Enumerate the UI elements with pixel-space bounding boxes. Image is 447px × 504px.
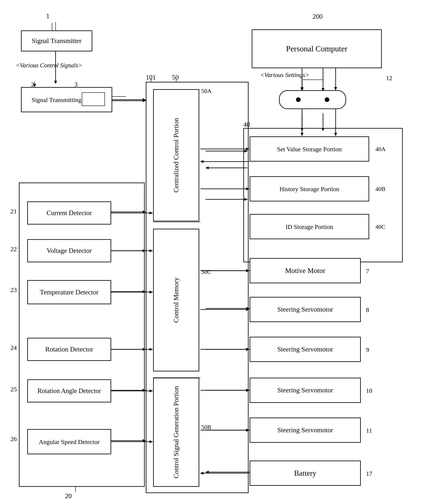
motive-motor-label: Motive Motor [285, 266, 325, 275]
label-40a: 40A [375, 146, 386, 153]
temperature-detector-block: Temperature Detector [27, 280, 111, 304]
signal-transmitter-block: Signal Transmitter [21, 30, 92, 51]
angular-speed-detector-label: Angular Speed Detector [39, 438, 100, 446]
label-23: 23 [11, 287, 17, 293]
control-signal-gen-label: Control Signal Generation Portion [172, 386, 181, 478]
battery-block: Battery [250, 461, 361, 486]
label-101: 101 [146, 73, 156, 81]
connector-pill [279, 90, 346, 109]
label-26: 26 [11, 435, 17, 443]
label-10: 10 [366, 387, 372, 394]
dot-right [325, 97, 329, 102]
label-40b: 40B [375, 186, 385, 192]
various-control-signals-label: <Various Control Signals> [16, 62, 82, 69]
label-2: 2 [31, 81, 34, 88]
label-12: 12 [386, 74, 392, 82]
set-value-storage-block: Set Value Storage Portion [250, 136, 369, 162]
rotation-angle-detector-label: Rotation Angle Detector [37, 387, 101, 395]
control-memory-block: Control Memory [153, 229, 199, 371]
temperature-detector-label: Temperature Detector [40, 288, 98, 297]
motive-motor-block: Motive Motor [250, 258, 361, 283]
steering-servomotor-11-label: Steering Servomotor [277, 426, 333, 434]
steering-servomotor-8-label: Steering Servomotor [277, 305, 333, 314]
label-50: 50 [172, 73, 179, 81]
steering-servomotor-11-block: Steering Servomotor [250, 417, 361, 443]
steering-servomotor-9-block: Steering Servomotor [250, 337, 361, 362]
rotation-detector-block: Rotation Detector [27, 338, 111, 361]
label-17: 17 [366, 470, 372, 477]
current-detector-label: Current Detector [47, 209, 92, 217]
steering-servomotor-8-block: Steering Servomotor [250, 297, 361, 322]
angular-speed-detector-block: Angular Speed Detector [27, 429, 111, 454]
label-3: 3 [74, 81, 78, 88]
label-24: 24 [11, 344, 17, 351]
label-50a: 50A [201, 88, 212, 94]
voltage-detector-block: Voltage Detector [27, 239, 111, 262]
personal-computer-label: Personal Computer [286, 44, 347, 54]
steering-servomotor-10-label: Steering Servomotor [277, 386, 333, 395]
voltage-detector-label: Voltage Detector [47, 246, 92, 255]
label-50b: 50B [201, 424, 211, 431]
personal-computer-block: Personal Computer [252, 29, 382, 68]
svg-marker-1 [54, 81, 57, 84]
label-21: 21 [11, 208, 17, 215]
steering-servomotor-9-label: Steering Servomotor [277, 345, 333, 354]
label-9: 9 [366, 346, 369, 353]
svg-marker-54 [334, 87, 337, 90]
battery-label: Battery [294, 468, 316, 478]
label-1: 1 [46, 12, 50, 20]
set-value-storage-label: Set Value Storage Portion [277, 145, 342, 153]
steering-servomotor-10-block: Steering Servomotor [250, 378, 361, 403]
label-25: 25 [11, 386, 17, 393]
current-detector-block: Current Detector [27, 201, 111, 225]
centralized-control-label: Centralized Control Portion [172, 118, 181, 193]
diagram-container: 1 Signal Transmitter <Various Control Si… [0, 0, 447, 504]
label-50c: 50C [201, 269, 211, 275]
label-40c: 40C [375, 223, 385, 230]
id-storage-block: ID Storage Portion [250, 214, 369, 239]
dot-left [296, 97, 301, 102]
centralized-control-block: Centralized Control Portion [153, 89, 199, 221]
label-20: 20 [65, 492, 72, 500]
signal-transmitter-label: Signal Transmitter [32, 36, 81, 45]
label-8: 8 [366, 306, 369, 313]
id-storage-label: ID Storage Portion [286, 223, 333, 231]
control-memory-label: Control Memory [172, 277, 181, 323]
small-box-inside-transmitting [82, 92, 105, 106]
rotation-detector-label: Rotation Detector [45, 345, 93, 354]
label-200: 200 [313, 13, 322, 20]
control-signal-gen-block: Control Signal Generation Portion [153, 378, 199, 487]
svg-marker-50 [143, 98, 146, 101]
svg-marker-52 [301, 87, 304, 90]
svg-marker-4 [143, 99, 146, 102]
various-settings-label: <Various Settings> [260, 71, 309, 78]
history-storage-label: History Storage Portion [280, 185, 340, 193]
label-7: 7 [366, 268, 369, 275]
label-11: 11 [366, 427, 372, 434]
rotation-angle-detector-block: Rotation Angle Detector [27, 379, 111, 402]
history-storage-block: History Storage Portion [250, 176, 369, 201]
label-22: 22 [11, 246, 17, 253]
